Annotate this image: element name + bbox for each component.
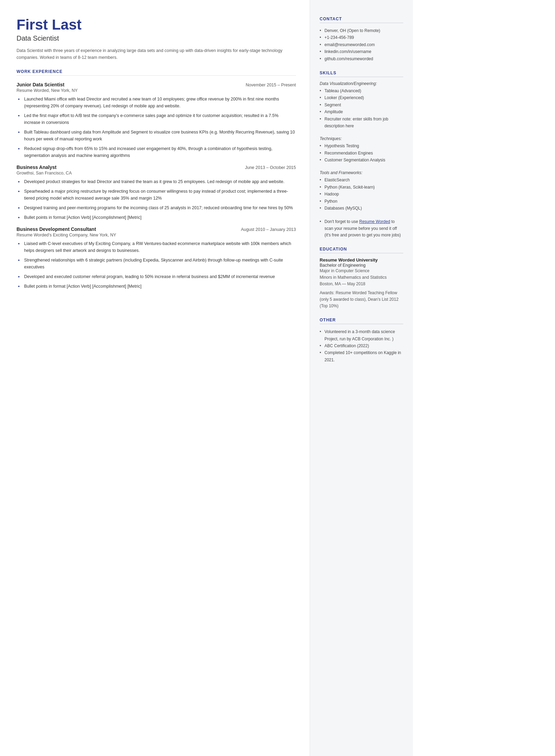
job-dates-3: August 2010 – January 2013 <box>241 227 296 232</box>
job-header-1: Junior Data Scientist November 2015 – Pr… <box>17 82 296 87</box>
edu-degree: Bachelor of Engineering <box>320 263 403 268</box>
other-item-1: ABC Certification (2022) <box>320 342 403 349</box>
contact-item-2: email@resumeworded.com <box>320 41 403 48</box>
contact-item-1: +1-234-456-789 <box>320 34 403 41</box>
skill-0-3: Amplitude <box>320 108 403 115</box>
bullet-2-4: Bullet points in format [Action Verb] [A… <box>18 214 296 221</box>
education-section-title: EDUCATION <box>320 247 403 252</box>
bullet-2-2: Spearheaded a major pricing restructure … <box>18 188 296 202</box>
skills-cat-0: Data Visualization/Engineering: <box>320 81 403 86</box>
job-header-2: Business Analyst June 2013 – October 201… <box>17 164 296 170</box>
bullet-3-4: Bullet points in format [Action Verb] [A… <box>18 283 296 290</box>
bullet-2-1: Developed product strategies for lead Di… <box>18 178 296 185</box>
candidate-name: First Last <box>17 17 296 33</box>
education-section: EDUCATION Resume Worded University Bache… <box>320 247 403 309</box>
contact-section-title: CONTACT <box>320 17 403 21</box>
main-column: First Last Data Scientist Data Scientist… <box>0 0 310 756</box>
other-item-0: Volunteered in a 3-month data science Pr… <box>320 328 403 342</box>
skill-2-3: Python <box>320 198 403 205</box>
job-header-3: Business Development Consultant August 2… <box>17 226 296 232</box>
job-company-3: Resume Worded's Exciting Company, New Yo… <box>17 233 296 237</box>
work-experience-divider <box>17 75 296 76</box>
work-experience-section-title: WORK EXPERIENCE <box>17 69 296 74</box>
job-company-1: Resume Worded, New York, NY <box>17 88 296 93</box>
contact-list: Denver, OH (Open to Remote) +1-234-456-7… <box>320 27 403 62</box>
bullet-1-2: Led the first major effort to A/B test t… <box>18 112 296 126</box>
job-title-1: Junior Data Scientist <box>17 82 64 87</box>
other-divider <box>320 324 403 324</box>
candidate-summary: Data Scientist with three years of exper… <box>17 47 296 61</box>
skill-0-4: Recruiter note: enter skills from job de… <box>320 116 403 130</box>
bullet-3-1: Liaised with C-level executives of My Ex… <box>18 240 296 254</box>
skill-1-1: Recommendation Engines <box>320 150 403 157</box>
job-bullets-1: Launched Miami office with lead Director… <box>18 96 296 159</box>
contact-section: CONTACT Denver, OH (Open to Remote) +1-2… <box>320 17 403 62</box>
edu-minors: Minors in Mathematics and Statistics <box>320 274 403 281</box>
skills-list-2: ElasticSearch Python (Keras, Scikit-lear… <box>320 177 403 212</box>
skills-cat-1: Techniques: <box>320 136 403 141</box>
scan-note-pre: Don't forget to use <box>324 219 359 224</box>
skill-1-2: Customer Segmentation Analysis <box>320 157 403 163</box>
skill-2-2: Hadoop <box>320 191 403 198</box>
skill-0-2: Segment <box>320 102 403 108</box>
job-bullets-3: Liaised with C-level executives of My Ex… <box>18 240 296 290</box>
skills-list-0: Tableau (Advanced) Looker (Experienced) … <box>320 87 403 129</box>
bullet-3-2: Strengthened relationships with 6 strate… <box>18 257 296 270</box>
skills-divider <box>320 77 403 77</box>
other-section-title: OTHER <box>320 318 403 322</box>
bullet-1-1: Launched Miami office with lead Director… <box>18 96 296 109</box>
contact-item-3: linkedin.com/in/username <box>320 48 403 55</box>
other-section: OTHER Volunteered in a 3-month data scie… <box>320 318 403 363</box>
skills-list-1: Hypothesis Testing Recommendation Engine… <box>320 142 403 163</box>
contact-divider <box>320 23 403 23</box>
sidebar: CONTACT Denver, OH (Open to Remote) +1-2… <box>310 0 413 756</box>
skill-1-0: Hypothesis Testing <box>320 142 403 149</box>
bullet-1-3: Built Tableau dashboard using data from … <box>18 129 296 142</box>
skills-cat-2: Tools and Frameworks: <box>320 170 403 175</box>
education-divider <box>320 253 403 253</box>
other-list: Volunteered in a 3-month data science Pr… <box>320 328 403 363</box>
job-title-3: Business Development Consultant <box>17 226 96 232</box>
edu-awards: Awards: Resume Worded Teaching Fellow (o… <box>320 290 403 310</box>
scan-note: Don't forget to use Resume Worded to sca… <box>320 219 403 238</box>
skills-section-title: SKILLS <box>320 71 403 75</box>
resume-worded-link[interactable]: Resume Worded <box>359 219 390 224</box>
job-bullets-2: Developed product strategies for lead Di… <box>18 178 296 221</box>
edu-location-date: Boston, MA — May 2018 <box>320 281 403 287</box>
edu-school: Resume Worded University <box>320 257 403 263</box>
skills-section: SKILLS Data Visualization/Engineering: T… <box>320 71 403 238</box>
other-item-2: Completed 10+ competitions on Kaggle in … <box>320 349 403 363</box>
edu-major: Major in Computer Science <box>320 268 403 274</box>
skill-2-0: ElasticSearch <box>320 177 403 183</box>
bullet-3-3: Developed and executed customer referral… <box>18 273 296 280</box>
skill-0-0: Tableau (Advanced) <box>320 87 403 94</box>
job-dates-1: November 2015 – Present <box>246 83 296 87</box>
skill-0-1: Looker (Experienced) <box>320 94 403 101</box>
contact-item-0: Denver, OH (Open to Remote) <box>320 27 403 34</box>
skill-2-4: Databases (MySQL) <box>320 205 403 212</box>
job-title-2: Business Analyst <box>17 164 56 170</box>
job-dates-2: June 2013 – October 2015 <box>245 165 296 170</box>
contact-item-4: github.com/resumeworded <box>320 55 403 62</box>
candidate-title: Data Scientist <box>17 34 296 42</box>
bullet-2-3: Designed training and peer-mentoring pro… <box>18 204 296 211</box>
job-company-2: Growthsi, San Francisco, CA <box>17 171 296 175</box>
skill-2-1: Python (Keras, Scikit-learn) <box>320 184 403 191</box>
bullet-1-4: Reduced signup drop-offs from 65% to 15%… <box>18 145 296 159</box>
